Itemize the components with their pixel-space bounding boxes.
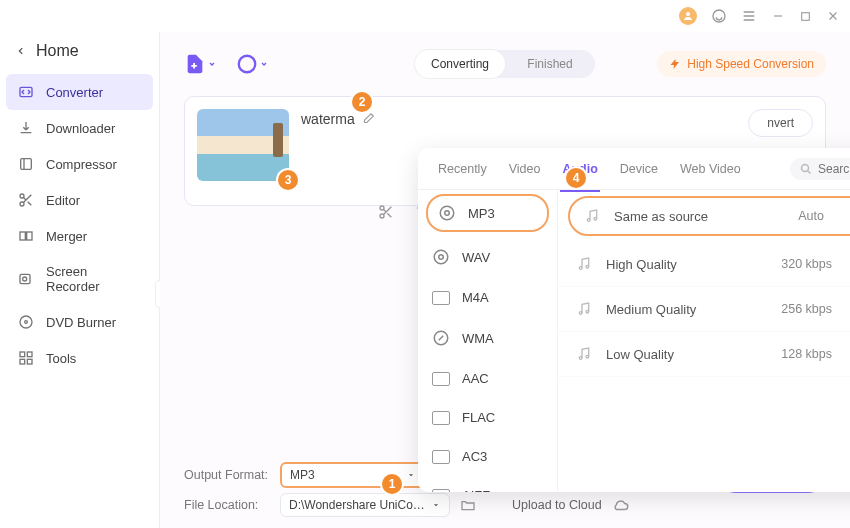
sidebar-item-compressor[interactable]: Compressor bbox=[6, 146, 153, 182]
format-label: AAC bbox=[462, 371, 489, 386]
quality-high[interactable]: High Quality 320 kbps bbox=[558, 242, 850, 287]
video-thumbnail[interactable] bbox=[197, 109, 289, 181]
format-flac[interactable]: FLAC bbox=[418, 398, 557, 437]
quality-bitrate: 128 kbps bbox=[781, 347, 832, 361]
svg-rect-15 bbox=[20, 359, 25, 364]
add-url-button[interactable] bbox=[236, 53, 268, 75]
hsc-label: High Speed Conversion bbox=[687, 57, 814, 71]
tab-finished[interactable]: Finished bbox=[505, 50, 595, 78]
quality-label: High Quality bbox=[606, 257, 677, 272]
high-speed-conversion-button[interactable]: High Speed Conversion bbox=[657, 51, 826, 77]
format-search[interactable] bbox=[790, 158, 850, 180]
format-wav[interactable]: WAV bbox=[418, 236, 557, 278]
svg-rect-13 bbox=[20, 352, 25, 357]
format-aiff[interactable]: AIFF bbox=[418, 476, 557, 492]
format-icon bbox=[432, 372, 450, 386]
format-ac3[interactable]: AC3 bbox=[418, 437, 557, 476]
bolt-icon bbox=[669, 58, 681, 70]
sidebar-item-editor[interactable]: Editor bbox=[6, 182, 153, 218]
convert-button[interactable]: nvert bbox=[748, 109, 813, 137]
chevron-down-icon bbox=[406, 470, 416, 480]
svg-point-21 bbox=[440, 206, 454, 220]
format-icon bbox=[432, 450, 450, 464]
quality-label: Low Quality bbox=[606, 347, 674, 362]
output-format-select[interactable]: MP3 bbox=[280, 462, 426, 488]
tab-converting[interactable]: Converting bbox=[415, 50, 505, 78]
quality-label: Medium Quality bbox=[606, 302, 696, 317]
svg-point-33 bbox=[586, 355, 589, 358]
sidebar-item-screen-recorder[interactable]: Screen Recorder bbox=[6, 254, 153, 304]
disc-icon bbox=[18, 314, 34, 330]
svg-point-23 bbox=[434, 250, 448, 264]
format-label: AIFF bbox=[462, 488, 490, 492]
open-folder-icon[interactable] bbox=[460, 497, 476, 513]
user-avatar[interactable] bbox=[679, 7, 697, 25]
svg-point-12 bbox=[25, 321, 28, 324]
tab-video[interactable]: Video bbox=[507, 158, 543, 180]
format-label: MP3 bbox=[468, 206, 495, 221]
sidebar-item-merger[interactable]: Merger bbox=[6, 218, 153, 254]
minimize-icon[interactable] bbox=[771, 9, 785, 23]
svg-point-17 bbox=[239, 56, 256, 73]
sidebar-item-label: Compressor bbox=[46, 157, 117, 172]
sidebar-item-converter[interactable]: Converter bbox=[6, 74, 153, 110]
music-icon bbox=[576, 256, 592, 272]
chevron-left-icon bbox=[16, 46, 26, 56]
tab-device[interactable]: Device bbox=[618, 158, 660, 180]
callout-1: 1 bbox=[382, 474, 402, 494]
rename-icon[interactable] bbox=[361, 112, 375, 126]
format-mp3[interactable]: MP3 bbox=[426, 194, 549, 232]
quality-same-as-source[interactable]: Same as source Auto bbox=[568, 196, 850, 236]
svg-rect-4 bbox=[21, 159, 32, 170]
callout-3: 3 bbox=[278, 170, 298, 190]
format-icon bbox=[432, 489, 450, 493]
add-file-button[interactable] bbox=[184, 53, 216, 75]
quality-medium[interactable]: Medium Quality 256 kbps bbox=[558, 287, 850, 332]
sidebar-item-downloader[interactable]: Downloader bbox=[6, 110, 153, 146]
svg-point-20 bbox=[802, 164, 809, 171]
sidebar-item-label: Downloader bbox=[46, 121, 115, 136]
quality-low[interactable]: Low Quality 128 kbps bbox=[558, 332, 850, 377]
svg-point-10 bbox=[23, 277, 27, 281]
output-format-label: Output Format: bbox=[184, 468, 270, 482]
format-icon bbox=[432, 248, 450, 266]
trim-icon[interactable] bbox=[378, 204, 394, 220]
merger-icon bbox=[18, 228, 34, 244]
sidebar-item-dvd-burner[interactable]: DVD Burner bbox=[6, 304, 153, 340]
tab-web-video[interactable]: Web Video bbox=[678, 158, 743, 180]
format-label: WAV bbox=[462, 250, 490, 265]
menu-icon[interactable] bbox=[741, 8, 757, 24]
format-icon bbox=[438, 204, 456, 222]
tab-recently[interactable]: Recently bbox=[436, 158, 489, 180]
music-icon bbox=[576, 301, 592, 317]
format-panel: Recently Video Audio Device Web Video MP… bbox=[418, 148, 850, 492]
file-location-label: File Location: bbox=[184, 498, 270, 512]
support-icon[interactable] bbox=[711, 8, 727, 24]
format-aac[interactable]: AAC bbox=[418, 359, 557, 398]
sidebar-item-tools[interactable]: Tools bbox=[6, 340, 153, 376]
callout-2: 2 bbox=[352, 92, 372, 112]
format-wma[interactable]: WMA bbox=[418, 317, 557, 359]
svg-rect-8 bbox=[27, 232, 32, 240]
back-home[interactable]: Home bbox=[0, 32, 159, 70]
quality-bitrate: Auto bbox=[798, 209, 824, 223]
format-label: AC3 bbox=[462, 449, 487, 464]
file-location-select[interactable]: D:\Wondershare UniConverter 1 bbox=[280, 493, 450, 517]
download-icon bbox=[18, 120, 34, 136]
sidebar-item-label: DVD Burner bbox=[46, 315, 116, 330]
scissors-icon bbox=[18, 192, 34, 208]
search-input[interactable] bbox=[818, 162, 850, 176]
svg-rect-9 bbox=[20, 274, 30, 283]
cloud-icon[interactable] bbox=[612, 496, 630, 514]
svg-point-29 bbox=[586, 265, 589, 268]
close-icon[interactable] bbox=[826, 9, 840, 23]
sidebar-item-label: Merger bbox=[46, 229, 87, 244]
svg-point-24 bbox=[439, 255, 444, 260]
music-icon bbox=[576, 346, 592, 362]
format-label: M4A bbox=[462, 290, 489, 305]
format-m4a[interactable]: M4A bbox=[418, 278, 557, 317]
format-icon bbox=[432, 329, 450, 347]
format-icon bbox=[432, 411, 450, 425]
maximize-icon[interactable] bbox=[799, 10, 812, 23]
svg-point-31 bbox=[586, 310, 589, 313]
